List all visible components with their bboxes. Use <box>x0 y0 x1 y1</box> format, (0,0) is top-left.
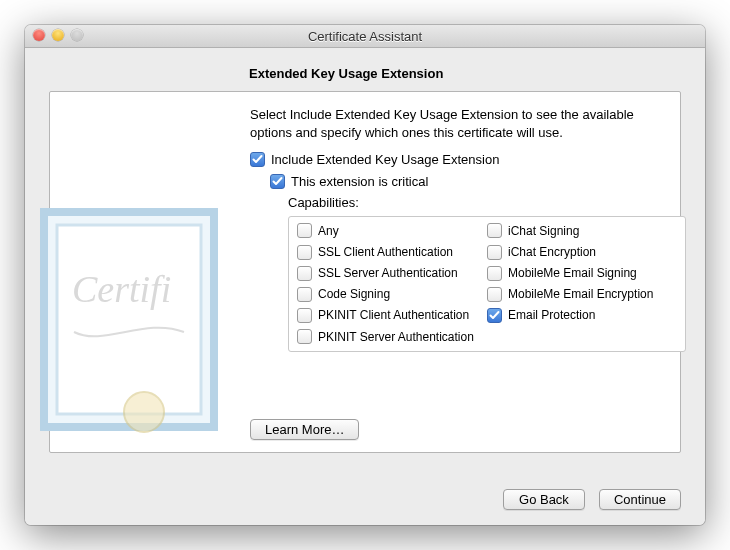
capability-checkbox[interactable] <box>487 308 502 323</box>
content: Extended Key Usage Extension Certifi Sel… <box>25 48 705 525</box>
capabilities-box: AnySSL Client AuthenticationSSL Server A… <box>288 216 686 352</box>
close-icon[interactable] <box>33 29 45 41</box>
capability-label: SSL Client Authentication <box>318 244 453 260</box>
minimize-icon[interactable] <box>52 29 64 41</box>
capability-label: PKINIT Client Authentication <box>318 307 469 323</box>
capability-label: PKINIT Server Authentication <box>318 329 474 345</box>
continue-button[interactable]: Continue <box>599 489 681 510</box>
capability-checkbox[interactable] <box>297 329 312 344</box>
critical-label: This extension is critical <box>291 173 428 191</box>
window: Certificate Assistant Extended Key Usage… <box>25 25 705 525</box>
learn-more-button[interactable]: Learn More… <box>250 419 359 440</box>
go-back-button[interactable]: Go Back <box>503 489 585 510</box>
capability-label: iChat Encryption <box>508 244 596 260</box>
capability-row[interactable]: iChat Signing <box>487 223 677 239</box>
page-heading: Extended Key Usage Extension <box>249 66 681 81</box>
svg-point-3 <box>124 392 164 432</box>
capability-label: MobileMe Email Encryption <box>508 286 653 302</box>
zoom-icon <box>71 29 83 41</box>
capability-label: Code Signing <box>318 286 390 302</box>
capabilities-column-left: AnySSL Client AuthenticationSSL Server A… <box>297 223 487 345</box>
capability-checkbox[interactable] <box>297 287 312 302</box>
capability-row[interactable]: SSL Server Authentication <box>297 265 487 281</box>
capability-row[interactable]: SSL Client Authentication <box>297 244 487 260</box>
capability-row[interactable]: iChat Encryption <box>487 244 677 260</box>
body-panel: Certifi Select Include Extended Key Usag… <box>49 91 681 453</box>
capability-checkbox[interactable] <box>297 266 312 281</box>
include-extension-row[interactable]: Include Extended Key Usage Extension <box>250 151 662 169</box>
titlebar: Certificate Assistant <box>25 25 705 48</box>
include-extension-label: Include Extended Key Usage Extension <box>271 151 499 169</box>
traffic-lights <box>33 29 83 41</box>
window-title: Certificate Assistant <box>308 29 422 44</box>
capability-checkbox[interactable] <box>487 266 502 281</box>
capability-label: SSL Server Authentication <box>318 265 458 281</box>
critical-checkbox[interactable] <box>270 174 285 189</box>
inner-content: Select Include Extended Key Usage Extens… <box>50 92 680 366</box>
capability-label: Email Protection <box>508 307 595 323</box>
intro-text: Select Include Extended Key Usage Extens… <box>250 106 662 141</box>
capability-checkbox[interactable] <box>297 308 312 323</box>
capabilities-column-right: iChat SigningiChat EncryptionMobileMe Em… <box>487 223 677 345</box>
capability-row[interactable]: PKINIT Server Authentication <box>297 329 487 345</box>
capability-checkbox[interactable] <box>487 245 502 260</box>
capability-checkbox[interactable] <box>297 245 312 260</box>
capability-row[interactable]: MobileMe Email Encryption <box>487 286 677 302</box>
capability-row[interactable]: Any <box>297 223 487 239</box>
capability-checkbox[interactable] <box>487 223 502 238</box>
capabilities-label: Capabilities: <box>288 194 662 212</box>
capability-checkbox[interactable] <box>297 223 312 238</box>
capability-label: MobileMe Email Signing <box>508 265 637 281</box>
capability-label: iChat Signing <box>508 223 579 239</box>
capability-label: Any <box>318 223 339 239</box>
include-extension-checkbox[interactable] <box>250 152 265 167</box>
capability-row[interactable]: Code Signing <box>297 286 487 302</box>
learn-more-wrap: Learn More… <box>250 419 359 440</box>
footer-buttons: Go Back Continue <box>503 489 681 510</box>
capability-row[interactable]: PKINIT Client Authentication <box>297 307 487 323</box>
capability-row[interactable]: MobileMe Email Signing <box>487 265 677 281</box>
capability-row[interactable]: Email Protection <box>487 307 677 323</box>
capability-checkbox[interactable] <box>487 287 502 302</box>
critical-row[interactable]: This extension is critical <box>270 173 662 191</box>
